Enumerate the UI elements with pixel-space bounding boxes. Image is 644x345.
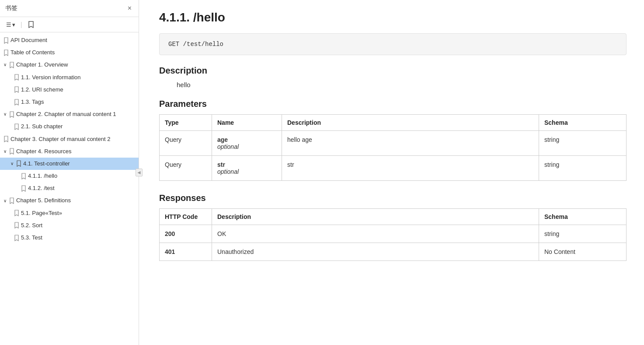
bookmark-icon [3, 37, 9, 44]
nav-item-chapter5-3[interactable]: 5.3. Test [0, 232, 139, 244]
nav-item-chapter5-1[interactable]: 5.1. Page«Test» [0, 207, 139, 219]
bookmark-icon [14, 86, 19, 93]
nav-item-chapter2-1[interactable]: 2.1. Sub chapter [0, 120, 139, 133]
list-icon: ☰ [6, 21, 11, 28]
param-description: hello age [282, 131, 539, 156]
sidebar-navigation: API Document Table of Contents ∨ Chapter… [0, 32, 139, 345]
bookmark-icon [9, 148, 14, 155]
param-name: age [217, 136, 228, 143]
sidebar-resizer[interactable] [139, 0, 142, 345]
nav-label: Chapter 4. Resources [16, 148, 71, 155]
nav-item-chapter1-2[interactable]: 1.2. URI scheme [0, 84, 139, 96]
bookmark-icon [21, 185, 26, 192]
response-code: 401 [160, 243, 212, 261]
chevron-down-icon: ∨ [10, 161, 14, 167]
nav-item-chapter5[interactable]: ∨ Chapter 5. Definitions [0, 194, 139, 207]
param-description: str [282, 156, 539, 181]
chevron-down-icon: ∨ [3, 148, 7, 155]
chevron-down-icon: ∨ [3, 111, 7, 117]
bookmark-icon [14, 123, 19, 130]
bookmark-icon [3, 49, 9, 56]
param-schema: string [539, 131, 627, 156]
nav-label: 5.3. Test [21, 234, 42, 242]
response-description: OK [212, 225, 539, 243]
param-optional: optional [217, 168, 239, 175]
nav-label: 1.2. URI scheme [21, 86, 63, 94]
bookmark-icon [14, 210, 19, 216]
sidebar: 书签 × ☰ ▾ | API Document Table of Content… [0, 0, 139, 345]
sidebar-close-button[interactable]: × [126, 4, 133, 13]
bookmark-icon [14, 74, 19, 81]
nav-label: 2.1. Sub chapter [21, 123, 63, 130]
bookmark-icon [14, 235, 19, 241]
param-name-cell: str optional [212, 156, 282, 181]
main-content: 4.1.1. /hello GET /test/hello Descriptio… [142, 0, 644, 345]
nav-label: Chapter 3. Chapter of manual content 2 [10, 135, 110, 143]
bookmark-tab-icon [28, 21, 35, 28]
description-text: hello [159, 81, 627, 88]
nav-item-chapter3[interactable]: Chapter 3. Chapter of manual content 2 [0, 133, 139, 145]
list-view-button[interactable]: ☰ ▾ [4, 21, 17, 29]
bookmark-icon [14, 99, 19, 106]
response-row-401: 401 Unauthorized No Content [160, 243, 627, 261]
bookmark-icon [3, 136, 9, 142]
response-description: Unauthorized [212, 243, 539, 261]
nav-label: Chapter 5. Definitions [16, 197, 71, 204]
parameters-table: Type Name Description Schema Query age o… [159, 114, 627, 181]
nav-item-chapter5-2[interactable]: 5.2. Sort [0, 219, 139, 232]
response-row-200: 200 OK string [160, 225, 627, 243]
nav-item-chapter4-1-2[interactable]: 4.1.2. /test [0, 182, 139, 194]
param-row-age: Query age optional hello age string [160, 131, 627, 156]
col-schema: Schema [539, 115, 627, 131]
bookmark-icon [21, 173, 26, 180]
param-row-str: Query str optional str string [160, 156, 627, 181]
sidebar-header: 书签 × [0, 0, 139, 17]
chevron-down-icon: ∨ [3, 62, 7, 68]
col-type: Type [160, 115, 212, 131]
nav-item-chapter4-1[interactable]: ∨ 4.1. Test-controller [0, 158, 139, 170]
param-schema: string [539, 156, 627, 181]
nav-label: Table of Contents [10, 49, 55, 56]
nav-item-chapter4-1-1[interactable]: 4.1.1. /hello [0, 170, 139, 182]
col-description: Description [212, 209, 539, 225]
chevron-down-icon: ∨ [3, 198, 7, 204]
nav-label: 4.1.1. /hello [28, 172, 57, 180]
page-title: 4.1.1. /hello [159, 11, 627, 25]
nav-label: 4.1.2. /test [28, 184, 55, 192]
bookmark-icon [9, 197, 14, 204]
nav-item-chapter4[interactable]: ∨ Chapter 4. Resources [0, 145, 139, 158]
bookmark-icon [16, 160, 21, 167]
bookmark-view-button[interactable] [26, 20, 36, 29]
description-title: Description [159, 66, 627, 76]
param-type: Query [160, 131, 212, 156]
responses-table: HTTP Code Description Schema 200 OK stri… [159, 208, 627, 261]
col-http-code: HTTP Code [160, 209, 212, 225]
response-schema: No Content [539, 243, 627, 261]
sidebar-toolbar: ☰ ▾ | [0, 17, 139, 32]
responses-title: Responses [159, 193, 627, 203]
nav-item-chapter1-1[interactable]: 1.1. Version information [0, 71, 139, 84]
nav-item-chapter1[interactable]: ∨ Chapter 1. Overview [0, 59, 139, 71]
response-schema: string [539, 225, 627, 243]
nav-label: 5.2. Sort [21, 222, 42, 229]
nav-label: Chapter 2. Chapter of manual content 1 [16, 110, 116, 118]
nav-label: 1.1. Version information [21, 74, 81, 81]
param-name-cell: age optional [212, 131, 282, 156]
nav-item-chapter1-3[interactable]: 1.3. Tags [0, 96, 139, 108]
parameters-title: Parameters [159, 99, 627, 109]
nav-label: 5.1. Page«Test» [21, 209, 62, 217]
param-name: str [217, 161, 225, 168]
bookmark-icon [9, 111, 14, 118]
col-description: Description [282, 115, 539, 131]
bookmark-icon [14, 222, 19, 229]
nav-label: 1.3. Tags [21, 98, 44, 106]
nav-item-chapter2[interactable]: ∨ Chapter 2. Chapter of manual content 1 [0, 108, 139, 120]
sidebar-title: 书签 [5, 4, 17, 12]
nav-label: Chapter 1. Overview [16, 61, 68, 69]
code-block: GET /test/hello [159, 33, 627, 55]
nav-item-api-document[interactable]: API Document [0, 34, 139, 46]
chevron-icon: ▾ [12, 21, 15, 28]
nav-label: 4.1. Test-controller [23, 160, 70, 168]
nav-item-table-of-contents[interactable]: Table of Contents [0, 46, 139, 59]
response-code: 200 [160, 225, 212, 243]
